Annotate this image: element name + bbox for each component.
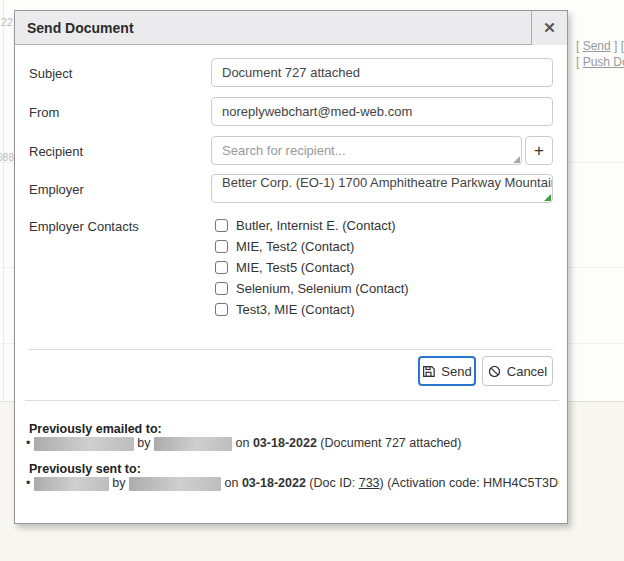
employer-input[interactable]: Better Corp. (EO-1) 1700 Amphitheatre Pa… bbox=[211, 174, 553, 203]
contact-label: Selenium, Selenium (Contact) bbox=[236, 281, 409, 296]
subject-input[interactable] bbox=[211, 58, 553, 87]
bracket: [ bbox=[576, 55, 583, 69]
dialog-title: Send Document bbox=[15, 20, 531, 36]
send-button-label: Send bbox=[441, 364, 471, 379]
doc-id-suffix: ) bbox=[380, 476, 384, 490]
employer-contacts-label: Employer Contacts bbox=[29, 219, 139, 234]
contact-row: Selenium, Selenium (Contact) bbox=[215, 281, 409, 296]
from-input[interactable] bbox=[211, 97, 553, 126]
bullet: • bbox=[26, 476, 30, 490]
bracket: [ bbox=[576, 39, 583, 53]
resize-handle-icon[interactable] bbox=[513, 156, 520, 163]
contact-checkbox[interactable] bbox=[215, 240, 228, 253]
contact-checkbox[interactable] bbox=[215, 261, 228, 274]
employer-label: Employer bbox=[29, 182, 84, 197]
dialog-header: Send Document ✕ bbox=[15, 11, 567, 45]
from-label: From bbox=[29, 105, 59, 120]
contact-checkbox[interactable] bbox=[215, 282, 228, 295]
contact-row: Test3, MIE (Contact) bbox=[215, 302, 354, 317]
send-document-dialog: Send Document ✕ Subject From Recipient +… bbox=[14, 10, 568, 524]
bracket: ] [ bbox=[611, 39, 624, 53]
contact-row: Butler, Internist E. (Contact) bbox=[215, 218, 396, 233]
doc-id-link[interactable]: 733 bbox=[359, 476, 380, 490]
cancel-icon bbox=[488, 365, 501, 378]
redacted-recipient-name bbox=[34, 437, 134, 451]
close-icon[interactable]: ✕ bbox=[531, 11, 567, 45]
doc-id-prefix: (Doc ID: bbox=[309, 476, 355, 490]
contact-row: MIE, Test5 (Contact) bbox=[215, 260, 354, 275]
subject-label: Subject bbox=[29, 66, 72, 81]
save-icon bbox=[422, 365, 435, 378]
background-send-link[interactable]: Send bbox=[583, 39, 611, 53]
emailed-detail: (Document 727 attached) bbox=[320, 436, 461, 450]
sent-date: 03-18-2022 bbox=[242, 476, 306, 490]
background-table-border bbox=[3, 0, 4, 402]
previously-sent-entry: • by on 03-18-2022 (Doc ID: 733) (Activa… bbox=[26, 476, 559, 491]
on-text: on bbox=[236, 436, 250, 450]
recipient-field-group: + bbox=[211, 136, 553, 165]
background-text-fragment: 988 bbox=[0, 152, 14, 163]
background-send-links[interactable]: [ Send ] [ V bbox=[576, 38, 624, 54]
cancel-button[interactable]: Cancel bbox=[482, 356, 553, 386]
employer-field-group: Better Corp. (EO-1) 1700 Amphitheatre Pa… bbox=[211, 174, 553, 203]
by-text: by bbox=[137, 436, 150, 450]
contact-label: Test3, MIE (Contact) bbox=[236, 302, 354, 317]
emailed-date: 03-18-2022 bbox=[253, 436, 317, 450]
contact-label: MIE, Test2 (Contact) bbox=[236, 239, 354, 254]
cancel-button-label: Cancel bbox=[507, 364, 547, 379]
resize-handle-icon[interactable] bbox=[544, 194, 551, 201]
on-text: on bbox=[225, 476, 239, 490]
contact-row: MIE, Test2 (Contact) bbox=[215, 239, 354, 254]
previously-sent-heading: Previously sent to: bbox=[29, 462, 141, 476]
redacted-sender-name bbox=[129, 477, 221, 491]
contact-label: MIE, Test5 (Contact) bbox=[236, 260, 354, 275]
previously-emailed-entry: • by on 03-18-2022 (Document 727 attache… bbox=[26, 436, 559, 451]
contact-checkbox[interactable] bbox=[215, 303, 228, 316]
by-text: by bbox=[112, 476, 125, 490]
recipient-search-input[interactable] bbox=[211, 136, 522, 165]
button-bar-divider bbox=[29, 349, 553, 350]
add-recipient-button[interactable]: + bbox=[525, 136, 553, 165]
contact-checkbox[interactable] bbox=[215, 219, 228, 232]
bullet: • bbox=[26, 436, 30, 450]
background-text-fragment: 22 bbox=[0, 16, 13, 28]
history-divider bbox=[25, 400, 559, 401]
activation-code-text: (Activation code: HMH4C5T3DHUR) bbox=[387, 476, 559, 490]
send-button[interactable]: Send bbox=[418, 356, 476, 386]
background-pushdoc-link[interactable]: [ Push Doc bbox=[576, 54, 624, 70]
recipient-label: Recipient bbox=[29, 144, 83, 159]
previously-emailed-heading: Previously emailed to: bbox=[29, 422, 162, 436]
contact-label: Butler, Internist E. (Contact) bbox=[236, 218, 396, 233]
redacted-recipient-name bbox=[34, 477, 109, 491]
redacted-sender-name bbox=[154, 437, 232, 451]
background-push-doc-link[interactable]: Push Doc bbox=[583, 55, 624, 69]
